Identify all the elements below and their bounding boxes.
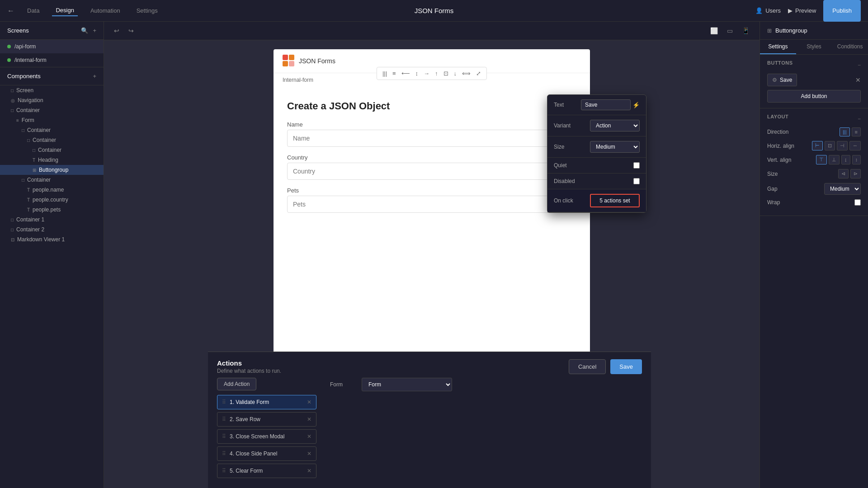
add-component-icon[interactable]: +: [93, 73, 96, 80]
align-bottom-btn[interactable]: ↓: [452, 69, 459, 78]
remove-button-btn[interactable]: ✕: [855, 76, 861, 84]
action-item-1[interactable]: ⠿ 1. Validate Form ✕: [217, 395, 316, 409]
components-header: Components +: [0, 67, 104, 85]
save-button-item[interactable]: ⚙ Save: [767, 74, 797, 86]
vert-middle-icon[interactable]: ⊥: [829, 155, 840, 164]
vert-top-icon[interactable]: ⊤: [816, 155, 827, 164]
buttongroup-tree-icon: ⊞: [33, 168, 36, 173]
tree-buttongroup[interactable]: ⊞ Buttongroup: [0, 165, 104, 175]
align-columns-btn[interactable]: |||: [381, 69, 389, 78]
popup-onclick-row: On click 5 actions set: [547, 189, 646, 212]
tree-container-5[interactable]: □ Container: [0, 175, 104, 185]
tree-container-2[interactable]: □ Container: [0, 125, 104, 135]
actions-save-button[interactable]: Save: [610, 359, 642, 374]
action-close-5[interactable]: ✕: [307, 468, 311, 474]
publish-button[interactable]: Publish: [823, 0, 861, 22]
name-label: Name: [287, 121, 576, 128]
tree-screen[interactable]: □ Screen: [0, 85, 104, 95]
tree-container-4[interactable]: □ Container: [0, 145, 104, 155]
tree-people-pets[interactable]: T people.pets: [0, 205, 104, 215]
pets-input[interactable]: [287, 196, 576, 213]
popup-disabled-checkbox[interactable]: [633, 178, 640, 184]
tree-container-1[interactable]: □ Container 1: [0, 215, 104, 225]
popup-text-input[interactable]: [581, 99, 631, 110]
country-input[interactable]: [287, 163, 576, 180]
buttons-collapse-icon[interactable]: −: [858, 62, 861, 68]
action-close-2[interactable]: ✕: [307, 416, 311, 422]
align-right-btn[interactable]: →: [422, 69, 431, 78]
add-screen-icon[interactable]: +: [93, 27, 96, 34]
screen-item-api-form[interactable]: /api-form: [0, 40, 104, 53]
tree-heading[interactable]: T Heading: [0, 155, 104, 165]
action-item-2[interactable]: ⠿ 2. Save Row ✕: [217, 412, 316, 427]
align-middle-btn[interactable]: ⊡: [442, 69, 450, 78]
back-button[interactable]: ←: [7, 7, 14, 15]
align-top-btn[interactable]: ↑: [433, 69, 440, 78]
tablet-view-btn[interactable]: ▭: [724, 25, 736, 36]
md-tree-icon: ⊡: [11, 237, 14, 242]
tree-form[interactable]: ≡ Form: [0, 115, 104, 125]
buttons-section-label: BUTTONS: [767, 60, 793, 66]
popup-quiet-checkbox[interactable]: [633, 162, 640, 169]
desktop-view-btn[interactable]: ⬜: [708, 25, 721, 36]
align-left-btn[interactable]: ⟵: [400, 69, 412, 78]
actions-cancel-button[interactable]: Cancel: [569, 359, 606, 374]
tree-markdown-viewer[interactable]: ⊡ Markdown Viewer 1: [0, 235, 104, 244]
direction-columns-icon[interactable]: |||: [840, 127, 850, 136]
tab-settings[interactable]: Settings: [760, 40, 796, 54]
layout-collapse-icon[interactable]: −: [858, 116, 861, 122]
add-action-button[interactable]: Add Action: [217, 378, 256, 390]
search-icon[interactable]: 🔍: [81, 27, 88, 34]
action-item-4[interactable]: ⠿ 4. Close Side Panel ✕: [217, 446, 316, 461]
align-rows-btn[interactable]: ≡: [391, 69, 398, 78]
align-distribute-h-btn[interactable]: ⟺: [460, 69, 472, 78]
name-input[interactable]: [287, 130, 576, 147]
screen-tree-icon: □: [11, 88, 14, 93]
action-close-1[interactable]: ✕: [307, 399, 311, 405]
preview-button[interactable]: ▶ Preview: [788, 7, 816, 14]
mobile-view-btn[interactable]: 📱: [739, 25, 752, 36]
users-button[interactable]: 👤 Users: [755, 7, 781, 14]
screen-item-internal-form[interactable]: /internal-form: [0, 53, 104, 67]
nav-tab-design[interactable]: Design: [52, 5, 77, 16]
size-shrink-icon[interactable]: ⊲: [838, 169, 849, 178]
tree-people-country[interactable]: T people.country: [0, 195, 104, 205]
popup-onclick-button[interactable]: 5 actions set: [590, 194, 640, 207]
nav-tab-automation[interactable]: Automation: [87, 5, 124, 16]
align-left-icon[interactable]: ⊢: [812, 141, 823, 150]
direction-rows-icon[interactable]: ≡: [852, 127, 861, 136]
action-item-5[interactable]: ⠿ 5. Clear Form ✕: [217, 464, 316, 478]
gap-select[interactable]: Medium: [824, 183, 861, 195]
popup-size-select[interactable]: Medium: [590, 141, 640, 153]
wrap-checkbox[interactable]: [854, 199, 861, 206]
vert-bottom-icon[interactable]: ↨: [841, 155, 850, 164]
align-center-v-btn[interactable]: ↕: [414, 69, 420, 78]
tree-container-2b[interactable]: □ Container 2: [0, 225, 104, 235]
tree-container-3[interactable]: □ Container: [0, 135, 104, 145]
lightning-icon[interactable]: ⚡: [632, 102, 640, 108]
nav-tab-settings[interactable]: Settings: [133, 5, 161, 16]
size-row: Size ⊲ ⊳: [767, 169, 861, 178]
undo-button[interactable]: ↩: [111, 25, 122, 36]
popup-variant-select[interactable]: Action: [590, 120, 640, 131]
action-item-3[interactable]: ⠿ 3. Close Screen Modal ✕: [217, 429, 316, 444]
align-right-icon[interactable]: ⊣: [837, 141, 848, 150]
align-stretch-icon[interactable]: ↔: [849, 141, 861, 150]
tab-styles[interactable]: Styles: [796, 40, 832, 54]
vert-stretch-icon[interactable]: ↕: [852, 155, 861, 164]
tree-people-name[interactable]: T people.name: [0, 185, 104, 195]
size-expand-icon[interactable]: ⊳: [850, 169, 861, 178]
tree-navigation[interactable]: ◎ Navigation: [0, 95, 104, 105]
tab-conditions[interactable]: Conditions: [832, 40, 868, 54]
align-center-icon[interactable]: ⊡: [825, 141, 835, 150]
tree-container[interactable]: □ Container: [0, 105, 104, 115]
popup-card: Text ⚡ Variant Action Size: [547, 94, 646, 213]
action-close-4[interactable]: ✕: [307, 450, 311, 457]
vert-align-icons: ⊤ ⊥ ↨ ↕: [816, 155, 861, 164]
detail-form-select[interactable]: Form: [362, 378, 452, 391]
add-button-button[interactable]: Add button: [767, 90, 861, 103]
redo-button[interactable]: ↪: [126, 25, 137, 36]
nav-tab-data[interactable]: Data: [24, 5, 43, 16]
expand-btn[interactable]: ⤢: [474, 69, 483, 78]
action-close-3[interactable]: ✕: [307, 433, 311, 440]
